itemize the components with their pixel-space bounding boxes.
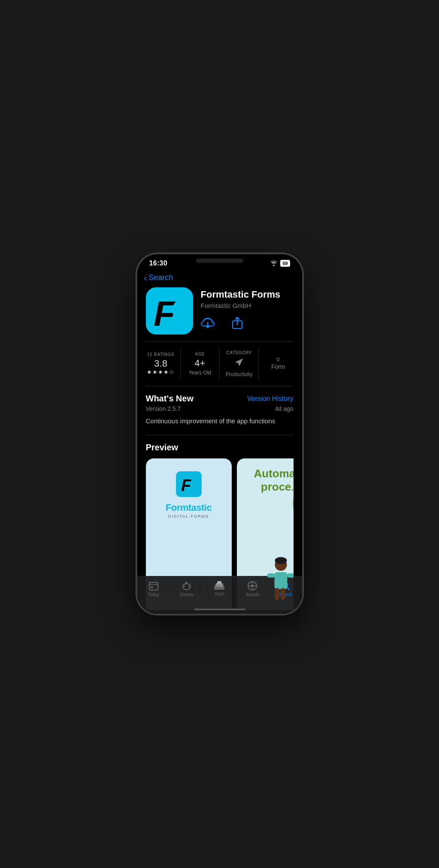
age-value: 4+ xyxy=(194,358,205,368)
download-icon xyxy=(201,316,215,330)
back-button[interactable]: ‹ Search xyxy=(144,273,173,282)
back-navigation: ‹ Search xyxy=(137,270,302,285)
person-illustration xyxy=(263,557,294,604)
preview-brand-black: Form xyxy=(166,502,188,513)
category-icon xyxy=(233,357,245,371)
svg-rect-12 xyxy=(275,588,279,600)
version-history-link[interactable]: Version History xyxy=(247,395,294,403)
tab-today[interactable]: Today xyxy=(137,581,170,597)
svg-point-18 xyxy=(183,584,191,590)
tab-arcade-label: Arcade xyxy=(245,592,259,597)
arcade-icon xyxy=(247,581,257,591)
svg-point-7 xyxy=(191,479,196,489)
preview-logo-icon: F xyxy=(180,476,197,493)
stat-ratings: 11 RATINGS 3.8 ★★★★☆ xyxy=(142,348,181,380)
tab-today-label: Today xyxy=(148,592,160,597)
status-time: 16:30 xyxy=(149,259,167,267)
svg-line-20 xyxy=(189,585,189,588)
stat-age: AGE 4+ Years Old xyxy=(181,348,220,380)
notch-pill xyxy=(196,259,243,263)
stars: ★★★★☆ xyxy=(147,369,175,375)
version-row: Version 2.5.7 4d ago xyxy=(146,405,294,412)
apps-icon xyxy=(214,581,225,590)
app-actions xyxy=(201,316,294,332)
stat-dev: D Form xyxy=(259,348,297,380)
svg-text:F: F xyxy=(154,294,176,333)
app-developer: Formtastic GmbH xyxy=(201,302,294,309)
age-sub: Years Old xyxy=(189,370,211,376)
version-ago: 4d ago xyxy=(275,405,294,412)
svg-rect-23 xyxy=(217,581,221,584)
phone-frame: 16:30 59 ‹ Search xyxy=(136,253,303,615)
app-info: Formtastic Forms Formtastic GmbH xyxy=(201,287,294,332)
today-icon xyxy=(148,581,159,591)
svg-rect-11 xyxy=(287,573,294,578)
tab-apps-label: Apps xyxy=(215,591,224,596)
svg-line-19 xyxy=(184,585,185,588)
tab-games[interactable]: Games xyxy=(170,581,203,597)
preview-brand-name: Formtastic xyxy=(166,502,212,513)
share-button[interactable] xyxy=(232,316,243,331)
app-icon: F xyxy=(146,287,193,335)
svg-point-14 xyxy=(275,557,287,564)
scroll-content[interactable]: ‹ Search F Formtastic Forms Formta xyxy=(137,270,302,610)
phone-inner: 16:30 59 ‹ Search xyxy=(137,254,302,614)
dev-label: D xyxy=(277,357,280,362)
svg-text:F: F xyxy=(181,476,192,493)
app-icon-svg: F xyxy=(146,287,193,335)
age-label: AGE xyxy=(195,352,205,356)
download-button[interactable] xyxy=(201,316,215,332)
svg-point-25 xyxy=(251,585,254,587)
version-number: Version 2.5.7 xyxy=(146,405,181,412)
tab-games-label: Games xyxy=(180,592,194,597)
back-label: Search xyxy=(148,273,173,282)
svg-rect-17 xyxy=(151,586,153,588)
svg-rect-10 xyxy=(267,573,275,578)
category-label: CATEGORY xyxy=(226,350,252,355)
category-sub: Productivity xyxy=(226,371,252,377)
preview-brand-tastic: tastic xyxy=(188,502,212,513)
stat-category[interactable]: CATEGORY Productivity xyxy=(220,348,259,380)
preview-automate-text: Automate proce... xyxy=(254,467,294,494)
status-bar: 16:30 59 xyxy=(137,254,302,270)
app-header: F Formtastic Forms Formtastic GmbH xyxy=(137,285,302,341)
svg-point-2 xyxy=(173,301,183,320)
games-icon xyxy=(182,581,192,591)
wifi-icon xyxy=(270,260,278,266)
automate-ellipsis: ... xyxy=(291,483,294,492)
automate-line1: Automate xyxy=(254,467,294,480)
update-description: Continuous improvement of the app functi… xyxy=(146,416,294,426)
app-title: Formtastic Forms xyxy=(201,289,294,300)
preview-brand: Formtastic DIGITAL FORMS xyxy=(166,502,212,518)
svg-rect-13 xyxy=(281,588,285,600)
preview-logo-box: F xyxy=(176,471,202,497)
whats-new-header: What's New Version History xyxy=(146,394,294,404)
preview-brand-sub: DIGITAL FORMS xyxy=(166,514,212,518)
share-icon xyxy=(232,316,243,329)
home-indicator xyxy=(194,609,245,610)
svg-rect-9 xyxy=(274,572,287,589)
automate-line2: proce xyxy=(261,480,291,493)
stats-row: 11 RATINGS 3.8 ★★★★☆ AGE 4+ Years Old CA… xyxy=(142,342,298,386)
whats-new-section: What's New Version History Version 2.5.7… xyxy=(137,386,302,431)
back-chevron-icon: ‹ xyxy=(144,274,147,282)
battery-badge: 59 xyxy=(280,260,290,267)
ratings-label: 11 RATINGS xyxy=(147,352,174,357)
svg-rect-15 xyxy=(149,582,158,590)
whats-new-title: What's New xyxy=(146,394,194,404)
tab-apps[interactable]: Apps xyxy=(203,581,236,596)
preview-title: Preview xyxy=(146,443,294,452)
status-right-icons: 59 xyxy=(270,260,290,267)
dev-value: Form xyxy=(271,364,285,370)
ratings-value: 3.8 xyxy=(154,359,167,369)
